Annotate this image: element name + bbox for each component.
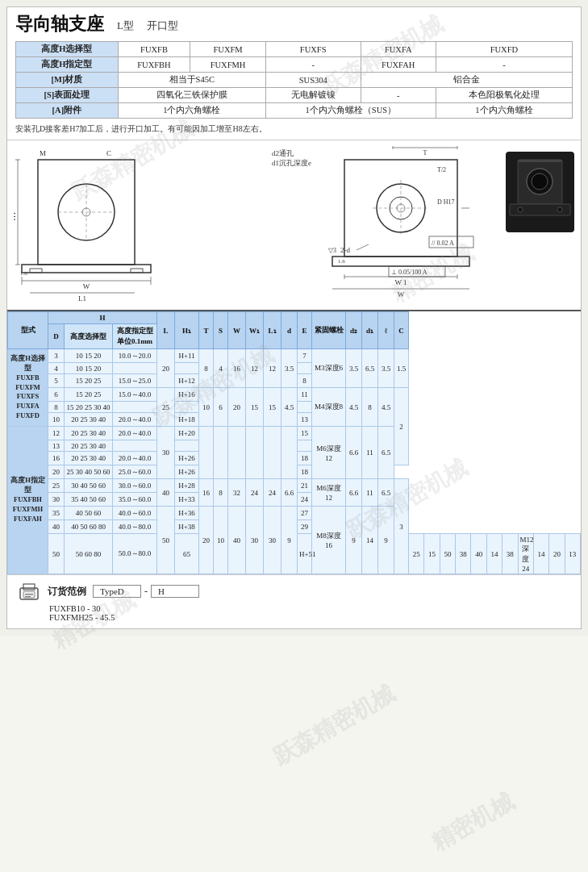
- cell-H1: H+11: [175, 349, 199, 363]
- cell-D: 13: [48, 440, 65, 452]
- section-label-1: 高度H选择型FUXFBFUXFMFUXFSFUXFAFUXFD: [8, 349, 48, 427]
- cell-W1: 12: [246, 349, 264, 388]
- side-view-svg: d2通孔 d1沉孔深度e T T/2 2-d: [264, 144, 490, 305]
- section-label-2: 高度H指定型FUXFBHFUXFMHFUXFAH: [8, 427, 48, 574]
- cell-E: [298, 402, 312, 413]
- cell-l: 4.5: [378, 388, 394, 427]
- cell-hs: 20 25 30 40: [65, 413, 113, 427]
- notice-text: 安装孔D接客差H7加工后，进行开口加工。有可能因加工增至H8左右。: [15, 122, 573, 136]
- th-L1: L₁: [264, 312, 281, 349]
- cell-L-alt: 65: [175, 534, 199, 574]
- cell-T: 10: [199, 388, 214, 427]
- cell-d2: 6.6: [346, 427, 362, 479]
- cell-d: 9: [281, 507, 298, 574]
- order-example-2: FUXFMH25 - 45.5: [49, 613, 571, 622]
- th-E: E: [298, 312, 312, 349]
- cell-E: 8: [298, 374, 312, 388]
- spec-val-4-2: 1个内六角螺栓: [436, 103, 572, 119]
- cell-hs: 20 25 30 40: [65, 427, 113, 440]
- sub-type: L型: [117, 19, 134, 33]
- cell-L1-alt: 40: [471, 534, 486, 574]
- order-label: 订货范例: [48, 585, 86, 599]
- spec-val-1-4: -: [436, 57, 572, 73]
- order-example-1: FUXFB10 - 30: [49, 604, 571, 613]
- order-row: 订货范例 TypeD - H: [17, 582, 571, 601]
- table-row: 高度H选择型FUXFBFUXFMFUXFSFUXFAFUXFD 3 10 15 …: [8, 349, 581, 363]
- table-area: 型式 H L H₁ T S W W₁ L₁ d E 紧固螺栓 d₂ d₁ ℓ C: [7, 310, 581, 574]
- cell-E: [298, 440, 312, 452]
- th-S: S: [214, 312, 228, 349]
- order-type-field[interactable]: TypeD: [93, 585, 141, 598]
- cell-fas: M8深度16: [312, 507, 346, 574]
- svg-text:D H17: D H17: [437, 198, 455, 206]
- cell-H1: H+18: [175, 413, 199, 427]
- spec-val-1-0: FUXFBH: [118, 57, 190, 73]
- cell-S-alt: 15: [424, 534, 440, 574]
- cell-L: 50: [157, 507, 175, 574]
- svg-text:1.6: 1.6: [338, 258, 345, 265]
- cell-E: 38: [503, 534, 518, 574]
- svg-text:W: W: [398, 290, 405, 298]
- cell-hs: 10 15 20: [65, 363, 113, 374]
- cell-d: 3.5: [281, 349, 298, 388]
- spec-val-3-2: -: [361, 88, 436, 103]
- main-title: 导向轴支座: [15, 12, 104, 36]
- cell-hs: 25 30 40 50 60: [65, 465, 113, 479]
- cell-hi: 15.0～25.0: [113, 374, 157, 388]
- svg-point-58: [557, 207, 562, 212]
- th-W: W: [228, 312, 246, 349]
- svg-point-57: [518, 207, 523, 212]
- svg-text:M: M: [40, 149, 46, 157]
- th-H: H: [48, 312, 157, 324]
- cell-hi: 40.0～80.0: [113, 520, 157, 534]
- svg-text:C: C: [106, 149, 111, 157]
- table-row: 25 30 40 50 60 30.0～60.0 40 H+28 16 8 32…: [8, 479, 581, 493]
- svg-text:T/2: T/2: [437, 166, 446, 173]
- spec-val-0-0: FUXFB: [118, 42, 190, 57]
- cell-D: 4: [48, 363, 65, 374]
- cell-S: 10: [214, 507, 228, 574]
- order-fields: TypeD - H: [93, 585, 199, 598]
- svg-text:W: W: [83, 282, 90, 290]
- th-type: 型式: [8, 312, 48, 349]
- cell-W1: [246, 427, 264, 479]
- th-l: ℓ: [378, 312, 394, 349]
- order-section: 订货范例 TypeD - H FUXFB10 - 30 FUXFMH25 - 4…: [7, 574, 581, 628]
- cell-hi: 35.0～60.0: [113, 493, 157, 507]
- cell-E: 29: [298, 520, 312, 534]
- cell-l: 3.5: [378, 349, 394, 388]
- spec-label-3: [S]表面处理: [16, 88, 119, 103]
- cell-E: 24: [298, 493, 312, 507]
- cell-hi: 20.0～40.0: [113, 452, 157, 465]
- cell-l: 9: [378, 507, 394, 574]
- th-fas: 紧固螺栓: [312, 312, 346, 349]
- cell-hs: 15 20 25: [65, 388, 113, 402]
- cell-D: 12: [48, 427, 65, 440]
- part-photo: [506, 152, 574, 234]
- spec-val-2-2: SUS304: [265, 73, 361, 88]
- diagram-area: W L1 H1 H +0.02 M C 1.6: [7, 140, 581, 310]
- title-row: 导向轴支座 L型 开口型: [15, 12, 573, 36]
- data-table: 型式 H L H₁ T S W W₁ L₁ d E 紧固螺栓 d₂ d₁ ℓ C: [7, 311, 581, 574]
- cell-C: 3: [394, 479, 409, 574]
- cell-E: 11: [298, 388, 312, 402]
- cell-d: 4.5: [281, 388, 298, 427]
- cell-hs: 35 40 50 60: [65, 493, 113, 507]
- front-view-svg: W L1 H1 H +0.02 M C 1.6: [14, 144, 256, 305]
- printer-icon: [17, 582, 41, 601]
- cell-hi: 15.0～40.0: [113, 388, 157, 402]
- cell-fas: M6深度12: [312, 479, 346, 507]
- cell-L: 20: [157, 349, 175, 388]
- cell-H1: H+28: [175, 479, 199, 493]
- cell-W-alt: 50: [440, 534, 455, 574]
- cell-H1: H+51: [298, 534, 312, 574]
- cell-H1: H+36: [175, 507, 199, 520]
- cell-d2: 6.6: [346, 479, 362, 507]
- table-row: 高度H指定型FUXFBHFUXFMHFUXFAH 12 20 25 30 40 …: [8, 427, 581, 440]
- spec-val-3-3: 本色阳极氧化处理: [436, 88, 572, 103]
- svg-text:2-d: 2-d: [340, 246, 350, 254]
- order-H-field[interactable]: H: [151, 585, 199, 598]
- th-H1: H₁: [175, 312, 199, 349]
- cell-W1-alt: 38: [456, 534, 471, 574]
- cell-d2: 4.5: [346, 388, 362, 427]
